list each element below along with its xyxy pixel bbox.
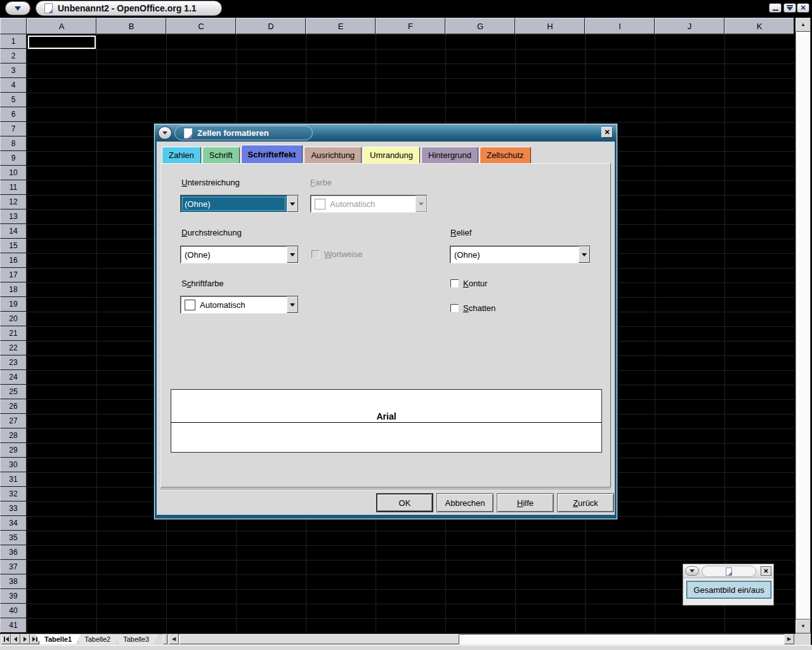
window-menu-button[interactable] <box>5 1 30 15</box>
row-header-13[interactable]: 13 <box>0 209 27 224</box>
strikethrough-dropdown-button[interactable] <box>287 246 298 263</box>
row-header-37[interactable]: 37 <box>0 560 27 574</box>
row-header-30[interactable]: 30 <box>0 458 27 472</box>
font-color-combo[interactable]: Automatisch <box>180 296 299 314</box>
select-all-corner[interactable] <box>0 18 27 34</box>
scroll-up-button[interactable]: ▲ <box>796 18 811 32</box>
close-button[interactable]: ✕ <box>797 3 809 13</box>
row-header-14[interactable]: 14 <box>0 224 27 239</box>
next-sheet-button[interactable] <box>20 634 30 644</box>
underline-dropdown-button[interactable] <box>287 196 298 212</box>
dialog-tab-schrift[interactable]: Schrift <box>202 147 240 163</box>
selected-cell-a1[interactable] <box>28 36 96 49</box>
row-header-34[interactable]: 34 <box>0 516 27 531</box>
row-header-11[interactable]: 11 <box>0 180 27 195</box>
row-header-24[interactable]: 24 <box>0 370 27 385</box>
overview-toggle-button[interactable]: Gesamtbild ein/aus <box>686 581 771 599</box>
row-header-35[interactable]: 35 <box>0 531 27 545</box>
row-header-20[interactable]: 20 <box>0 312 27 326</box>
row-header-7[interactable]: 7 <box>0 122 27 136</box>
row-header-41[interactable]: 41 <box>0 618 27 633</box>
column-header-k[interactable]: K <box>724 18 794 34</box>
row-header-28[interactable]: 28 <box>0 428 27 443</box>
row-header-31[interactable]: 31 <box>0 472 27 487</box>
scroll-right-button[interactable]: ▶ <box>784 634 794 644</box>
floatwin-close-button[interactable]: ✕ <box>761 566 771 576</box>
vertical-scrollbar-thumb[interactable] <box>796 32 811 620</box>
first-sheet-button[interactable] <box>1 634 11 644</box>
row-header-2[interactable]: 2 <box>0 49 27 63</box>
column-header-h[interactable]: H <box>515 18 585 34</box>
dialog-tab-schrifteffekt[interactable]: Schrifteffekt <box>241 145 303 163</box>
row-header-32[interactable]: 32 <box>0 487 27 501</box>
sheet-tab-tabelle2[interactable]: Tabelle2 <box>75 634 119 644</box>
column-header-d[interactable]: D <box>236 18 306 34</box>
row-header-29[interactable]: 29 <box>0 443 27 458</box>
dialog-close-button[interactable]: ✕ <box>601 127 613 138</box>
tabbar-splitter[interactable] <box>163 634 167 644</box>
row-header-40[interactable]: 40 <box>0 604 27 618</box>
shadow-checkbox[interactable] <box>450 304 459 312</box>
strikethrough-combo[interactable]: (Ohne) <box>180 246 299 263</box>
column-header-j[interactable]: J <box>655 18 724 34</box>
dialog-tab-zellschutz[interactable]: Zellschutz <box>480 147 531 163</box>
row-header-18[interactable]: 18 <box>0 282 27 297</box>
row-header-12[interactable]: 12 <box>0 195 27 209</box>
row-header-19[interactable]: 19 <box>0 297 27 312</box>
strikethrough-value[interactable]: (Ohne) <box>181 246 287 263</box>
previous-sheet-button[interactable] <box>11 634 20 644</box>
row-header-36[interactable]: 36 <box>0 545 27 560</box>
dialog-tab-ausrichtung[interactable]: Ausrichtung <box>304 147 362 163</box>
dialog-tab-zahlen[interactable]: Zahlen <box>162 147 201 163</box>
relief-dropdown-button[interactable] <box>579 246 590 263</box>
dialog-tab-hintergrund[interactable]: Hintergrund <box>421 147 478 163</box>
row-header-27[interactable]: 27 <box>0 414 27 428</box>
scroll-down-button[interactable]: ▼ <box>796 620 811 633</box>
underline-value[interactable]: (Ohne) <box>181 196 287 212</box>
row-header-39[interactable]: 39 <box>0 589 27 604</box>
row-header-5[interactable]: 5 <box>0 93 27 107</box>
underline-combo[interactable]: (Ohne) <box>180 195 299 213</box>
maximize-button[interactable] <box>783 3 796 13</box>
row-header-3[interactable]: 3 <box>0 63 27 78</box>
relief-value[interactable]: (Ohne) <box>450 246 579 263</box>
row-header-38[interactable]: 38 <box>0 574 27 589</box>
dialog-menu-button[interactable] <box>158 126 172 140</box>
row-header-16[interactable]: 16 <box>0 253 27 268</box>
row-header-23[interactable]: 23 <box>0 355 27 370</box>
row-header-33[interactable]: 33 <box>0 501 27 516</box>
column-header-c[interactable]: C <box>166 18 236 34</box>
outline-checkbox[interactable] <box>450 279 459 288</box>
row-header-6[interactable]: 6 <box>0 107 27 122</box>
minimize-button[interactable] <box>769 3 782 13</box>
column-header-f[interactable]: F <box>376 18 445 34</box>
column-header-b[interactable]: B <box>96 18 166 34</box>
sheet-tab-tabelle1[interactable]: Tabelle1 <box>36 634 81 644</box>
floatwin-menu-button[interactable] <box>685 566 699 576</box>
row-header-26[interactable]: 26 <box>0 399 27 414</box>
row-header-9[interactable]: 9 <box>0 151 27 166</box>
row-header-17[interactable]: 17 <box>0 268 27 282</box>
dialog-tab-umrandung[interactable]: Umrandung <box>363 147 420 163</box>
scroll-left-button[interactable]: ◀ <box>169 634 179 644</box>
row-header-25[interactable]: 25 <box>0 385 27 399</box>
sheet-tab-tabelle3[interactable]: Tabelle3 <box>114 634 158 644</box>
ok-button[interactable]: OK <box>376 493 433 512</box>
row-header-21[interactable]: 21 <box>0 326 27 341</box>
column-header-i[interactable]: I <box>585 18 655 34</box>
row-header-22[interactable]: 22 <box>0 341 27 355</box>
row-header-4[interactable]: 4 <box>0 78 27 93</box>
relief-combo[interactable]: (Ohne) <box>450 246 591 263</box>
font-color-dropdown-button[interactable] <box>287 296 298 313</box>
row-header-8[interactable]: 8 <box>0 136 27 151</box>
horizontal-scrollbar-thumb[interactable] <box>180 634 459 644</box>
zurück-button[interactable]: Zurück <box>557 493 614 512</box>
row-header-10[interactable]: 10 <box>0 166 27 180</box>
abbrechen-button[interactable]: Abbrechen <box>436 493 494 512</box>
row-header-15[interactable]: 15 <box>0 239 27 253</box>
column-header-e[interactable]: E <box>306 18 376 34</box>
row-header-1[interactable]: 1 <box>0 34 27 49</box>
hilfe-button[interactable]: Hilfe <box>497 493 554 512</box>
column-header-a[interactable]: A <box>27 18 96 34</box>
column-header-g[interactable]: G <box>445 18 515 34</box>
